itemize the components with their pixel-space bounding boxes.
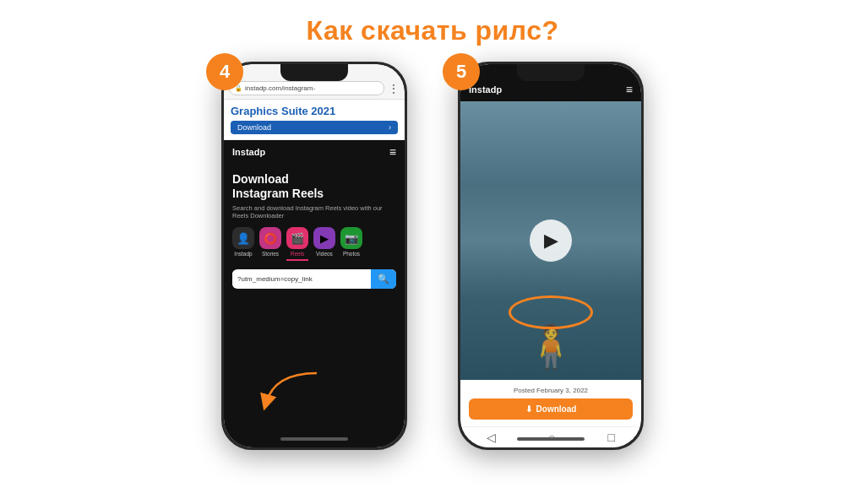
phone2-wrapper: 5 Instadp ≡ 🧍 ▶ [458,62,644,450]
phone2-notch [517,64,585,81]
play-icon: ▶ [544,230,558,252]
page-title: Как скачать рилс? [306,15,558,46]
nav-item-reels[interactable]: 🎬 Reels [286,227,308,261]
reels-label: Reels [291,251,305,257]
download-icon: ⬇ [525,404,532,414]
stories-icon: ⭕ [259,227,281,249]
download-area: Posted February 3, 2022 ⬇ Download [460,380,641,426]
phone1-site-main: Download Instagram Reels Search and down… [224,164,405,447]
search-button[interactable]: 🔍 [371,269,396,289]
nav-item-videos[interactable]: ▶ Videos [313,227,335,261]
site-menu-icon-1[interactable]: ≡ [389,145,396,159]
photos-icon: 📷 [340,227,362,249]
step-badge-2: 5 [443,53,480,90]
site-desc: Search and download Instagram Reels vide… [232,204,396,221]
nav-back-icon[interactable]: ◁ [487,431,496,444]
videos-label: Videos [316,251,333,257]
nav-item-photos[interactable]: 📷 Photos [340,227,362,261]
ad-banner-title: Graphics Suite 2021 [231,105,398,117]
ad-banner: Graphics Suite 2021 Download › [224,100,405,140]
nav-icons-row: 👤 Instadp ⭕ Stories 🎬 Reels [232,227,396,261]
phone1-notch [280,64,348,81]
search-input[interactable] [232,271,371,287]
instadp-icon: 👤 [232,227,254,249]
browser-url-bar[interactable]: 🔒 instadp.com/instagram- [229,81,384,95]
site-brand-1: Instadp [232,147,265,157]
phone1-wrapper: 4 🔒 instadp.com/instagram- ⋮ Graphics Su… [221,62,407,450]
site-menu-icon-2[interactable]: ≡ [626,83,633,96]
site-heading: Download Instagram Reels [232,172,396,201]
phone1-site-nav: Instadp ≡ [224,140,405,164]
search-bar: 🔍 [232,269,396,289]
reels-underline [286,259,308,261]
nav-recent-icon[interactable]: □ [608,431,615,444]
posted-date: Posted February 3, 2022 [469,387,633,394]
videos-icon: ▶ [313,227,335,249]
video-play-button[interactable]: ▶ [530,219,572,262]
phone1-bottom-bar [280,437,348,441]
url-text: instadp.com/instagram- [245,84,315,92]
video-figure: 🧍 [525,322,577,371]
photos-label: Photos [343,251,360,257]
phone2-shell: Instadp ≡ 🧍 ▶ Posted February 3, 20 [458,62,644,450]
video-container[interactable]: 🧍 ▶ [460,101,641,380]
browser-menu-icon[interactable]: ⋮ [388,82,400,95]
reels-icon: 🎬 [286,227,308,249]
instadp-label: Instadp [234,251,252,257]
phone1-shell: 🔒 instadp.com/instagram- ⋮ Graphics Suit… [221,62,407,450]
phone2-screen: Instadp ≡ 🧍 ▶ Posted February 3, 20 [460,64,641,447]
search-icon: 🔍 [378,274,389,285]
stories-label: Stories [262,251,279,257]
download-button[interactable]: ⬇ Download [469,398,633,420]
phone2-bottom-bar [517,437,585,441]
ad-download-button[interactable]: Download › [231,121,398,134]
phone1-screen: 🔒 instadp.com/instagram- ⋮ Graphics Suit… [224,64,405,447]
nav-item-instadp[interactable]: 👤 Instadp [232,227,254,261]
nav-item-stories[interactable]: ⭕ Stories [259,227,281,261]
phones-container: 4 🔒 instadp.com/instagram- ⋮ Graphics Su… [0,62,865,450]
site-brand-2: Instadp [469,84,502,95]
step-badge-1: 4 [206,53,243,90]
download-label: Download [536,404,577,414]
